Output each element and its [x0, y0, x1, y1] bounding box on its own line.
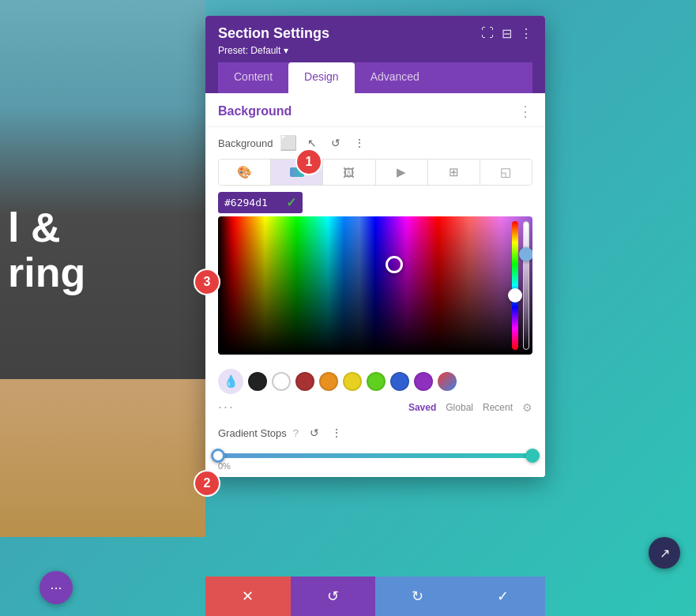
- bg-undo-btn[interactable]: ↺: [326, 133, 345, 152]
- bg-more-btn[interactable]: ⋮: [350, 133, 369, 152]
- background-controls: ⬜ ↖ ↺ ⋮: [279, 133, 369, 152]
- gradient-slider-wrap: 0%: [205, 449, 545, 477]
- gradient-slider-track[interactable]: [218, 453, 532, 458]
- check-button[interactable]: ✓: [461, 577, 546, 616]
- gs-undo-btn[interactable]: ↺: [305, 423, 324, 442]
- sliders-area: [509, 216, 532, 355]
- bottom-bar: ✕ ↺ ↻ ✓: [205, 577, 545, 616]
- layout-icon[interactable]: ⊟: [502, 26, 512, 41]
- tab-content[interactable]: Content: [218, 62, 288, 93]
- gs-more-btn[interactable]: ⋮: [327, 423, 346, 442]
- background-row: Background ⬜ ↖ ↺ ⋮: [205, 127, 545, 159]
- eyedropper-btn[interactable]: 💧: [218, 369, 243, 394]
- panel-header-top: Section Settings ⛶ ⊟ ⋮: [218, 25, 532, 42]
- background-label: Background: [218, 137, 273, 149]
- opacity-slider-thumb[interactable]: [519, 247, 532, 261]
- swatch-red[interactable]: [295, 372, 314, 391]
- redo-button[interactable]: ↻: [375, 577, 461, 616]
- step-badge-1: 1: [295, 148, 322, 175]
- swatch-black[interactable]: [248, 372, 267, 391]
- gradient-inner: [218, 216, 532, 355]
- step-badge-3: 3: [194, 269, 220, 295]
- swatch-orange[interactable]: [319, 372, 338, 391]
- tab-advanced[interactable]: Advanced: [355, 62, 435, 93]
- swatch-blue[interactable]: [390, 372, 409, 391]
- tab-design[interactable]: Design: [288, 62, 355, 93]
- reset-button[interactable]: ↺: [291, 577, 376, 616]
- hex-row: ✓: [218, 192, 532, 213]
- purple-fab-button[interactable]: ···: [40, 571, 73, 604]
- fab-button[interactable]: ↗: [649, 537, 680, 569]
- hue-slider-track[interactable]: [512, 221, 518, 350]
- panel-body: Background ⋮ Background ⬜ ↖ ↺ ⋮ 🎨 🖼 ▶ ⊞ …: [205, 93, 545, 477]
- decorative-text: l &ring: [8, 205, 85, 295]
- preset-line: Preset: Default ▾: [218, 45, 532, 56]
- gradient-slider-thumb-left[interactable]: [211, 449, 225, 463]
- panel-header-icons: ⛶ ⊟ ⋮: [481, 26, 532, 41]
- swatch-yellow[interactable]: [343, 372, 362, 391]
- bg-none-btn[interactable]: ⬜: [279, 133, 298, 152]
- more-icon[interactable]: ⋮: [520, 26, 532, 41]
- hue-slider-thumb[interactable]: [508, 288, 522, 302]
- section-settings-panel: Section Settings ⛶ ⊟ ⋮ Preset: Default ▾…: [205, 16, 545, 477]
- swatch-white[interactable]: [272, 372, 291, 391]
- help-icon[interactable]: ?: [293, 427, 299, 439]
- cancel-button[interactable]: ✕: [205, 577, 291, 616]
- gradient-stops-label: Gradient Stops: [218, 427, 287, 439]
- panel-tabs: Content Design Advanced: [218, 62, 532, 93]
- type-mask-btn[interactable]: ◱: [480, 160, 532, 185]
- gear-icon[interactable]: ⚙: [522, 401, 532, 414]
- color-picker-circle[interactable]: [386, 256, 403, 273]
- type-selector: 🎨 🖼 ▶ ⊞ ◱: [218, 159, 532, 186]
- gradient-stops-controls: ↺ ⋮: [305, 423, 346, 442]
- section-more-icon[interactable]: ⋮: [518, 103, 532, 120]
- swatch-multi[interactable]: [438, 372, 457, 391]
- hex-input[interactable]: [224, 197, 280, 208]
- swatches-row: 💧: [205, 364, 545, 399]
- step-badge-2: 2: [194, 470, 220, 497]
- panel-title: Section Settings: [218, 25, 329, 42]
- more-swatches-icon[interactable]: ···: [218, 399, 235, 415]
- gradient-stops-row: Gradient Stops ? ↺ ⋮: [205, 420, 545, 449]
- gradient-canvas[interactable]: [218, 216, 532, 355]
- recent-tab[interactable]: Recent: [483, 402, 513, 413]
- type-image-btn[interactable]: 🖼: [323, 160, 375, 185]
- color-picker: ✓: [218, 192, 532, 355]
- hex-check-icon: ✓: [286, 195, 296, 210]
- swatch-purple[interactable]: [414, 372, 433, 391]
- type-video-btn[interactable]: ▶: [376, 160, 428, 185]
- hex-input-wrap: ✓: [218, 192, 303, 213]
- swatch-green[interactable]: [367, 372, 386, 391]
- section-header: Background ⋮: [205, 93, 545, 127]
- section-title: Background: [218, 104, 292, 118]
- global-tab[interactable]: Global: [446, 402, 473, 413]
- panel-header: Section Settings ⛶ ⊟ ⋮ Preset: Default ▾…: [205, 16, 545, 93]
- percent-label: 0%: [218, 461, 532, 474]
- opacity-slider-track[interactable]: [523, 221, 529, 350]
- type-color-btn[interactable]: 🎨: [219, 160, 271, 185]
- type-pattern-btn[interactable]: ⊞: [428, 160, 480, 185]
- saved-tab[interactable]: Saved: [408, 402, 436, 413]
- fullscreen-icon[interactable]: ⛶: [481, 26, 494, 41]
- more-saved-row: ··· Saved Global Recent ⚙: [205, 399, 545, 420]
- gradient-slider-thumb-right[interactable]: [525, 449, 540, 463]
- color-tabs: Saved Global Recent ⚙: [408, 401, 532, 414]
